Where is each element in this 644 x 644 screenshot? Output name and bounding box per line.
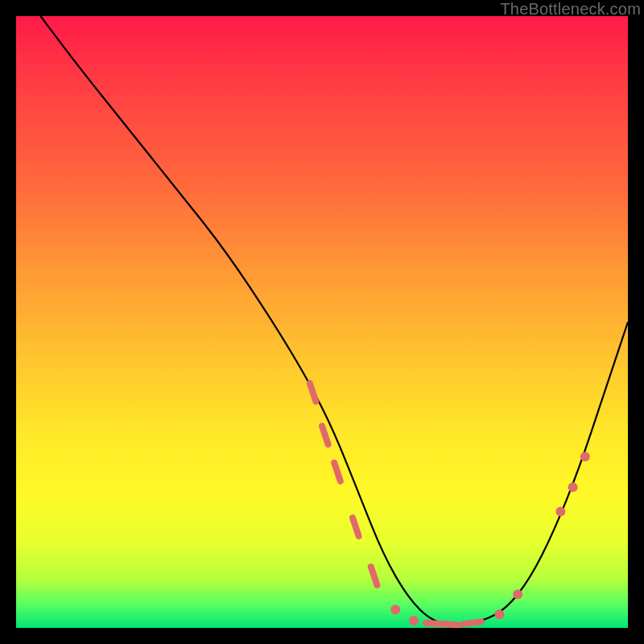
marker-dot [494,609,504,619]
marker-dot [390,605,400,614]
bottleneck-curve [40,16,628,624]
marker-dot [568,482,578,492]
marker-dash [353,518,359,536]
chart-frame [16,16,628,628]
marker-dot [555,507,565,517]
marker-dot [580,452,590,461]
marker-dash [463,621,481,624]
marker-dash [371,567,378,585]
marker-dash [334,463,341,481]
chart-markers [310,383,590,625]
marker-dot [513,589,522,599]
marker-dash [310,383,316,402]
marker-dot [409,616,419,625]
marker-dash [426,623,456,625]
marker-dash [322,426,328,444]
chart-svg [16,16,628,628]
